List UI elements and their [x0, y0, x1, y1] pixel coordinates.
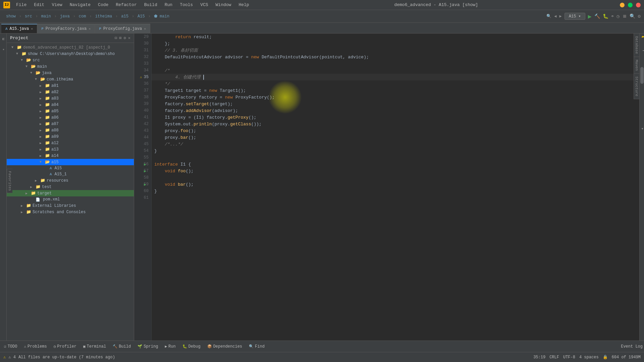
cursor-position[interactable]: 35:19 [533, 355, 545, 360]
tree-item-a15[interactable]: ▼ 📂 a15 [7, 159, 134, 165]
tree-item-a05[interactable]: ▶ 📁 a05 [7, 108, 134, 114]
tree-item-test[interactable]: ▶ 📁 test [7, 184, 134, 190]
run-button[interactable]: ▶ [588, 13, 592, 20]
breadcrumb-itheima[interactable]: itheima [93, 13, 115, 20]
tree-item-show[interactable]: ▼ 📁 show C:\Users\manyh\Desktop\demo\sho [7, 51, 134, 57]
find-tab[interactable]: 🔍 Find [246, 343, 267, 350]
coverage-icon[interactable]: ☂ [611, 13, 614, 19]
profiler-tab[interactable]: ◷ Profiler [51, 343, 79, 350]
code-content[interactable]: return result; }; // 3. 条好切面 DefaultPoin… [152, 34, 639, 341]
tab-ProxyConfig[interactable]: P ProxyConfig.java ✕ [95, 24, 150, 33]
stop-icon[interactable]: ⏹ [622, 14, 627, 19]
dependencies-tab[interactable]: 📦 Dependencies [205, 343, 245, 350]
code-line-35[interactable]: 4. 创建代理 [152, 74, 639, 80]
tree-item-target[interactable]: ▶ 📁 target [7, 190, 134, 196]
menu-run[interactable]: Run [161, 1, 176, 9]
panel-settings-btn[interactable]: ⚙ [124, 36, 126, 41]
tree-item-a09[interactable]: ▶ 📁 a09 [7, 133, 134, 140]
menu-bar[interactable]: File Edit View Navigate Code Refactor Bu… [13, 1, 253, 9]
event-log-label[interactable]: Event Log [621, 344, 643, 349]
breadcrumb-method[interactable]: ⬟ main [151, 12, 172, 20]
panel-close-btn[interactable]: ✕ [128, 36, 130, 41]
terminal-tab[interactable]: ▣ Terminal [80, 343, 109, 350]
menu-vcs[interactable]: VCS [197, 1, 211, 9]
breadcrumb-a15[interactable]: a15 [118, 13, 131, 20]
tree-item-a08[interactable]: ▶ 📁 a08 [7, 127, 134, 133]
menu-window[interactable]: Window [212, 1, 235, 9]
close-button[interactable] [636, 3, 641, 7]
breadcrumb-src[interactable]: src [22, 13, 35, 20]
problems-tab[interactable]: ⚠ Problems [21, 343, 49, 350]
breadcrumb-com[interactable]: com [76, 13, 89, 20]
menu-edit[interactable]: Edit [31, 1, 48, 9]
indent-info[interactable]: 4 spaces [579, 355, 599, 360]
tree-item-a13[interactable]: ▶ 📁 a13 [7, 146, 134, 153]
tree-item-a14[interactable]: ▶ 📁 a14 [7, 153, 134, 159]
right-scrollbar[interactable]: ▲ ▼ [639, 34, 644, 341]
minimize-button[interactable] [620, 3, 625, 7]
menu-refactor[interactable]: Refactor [112, 1, 140, 9]
code-editor[interactable]: 29 30 31 32 33 34 ⚠ 35 36 37 38 39 40 41… [134, 34, 644, 341]
branch-selector[interactable]: A15 ▾ [565, 13, 585, 20]
tree-item-A15[interactable]: ▶ A A15 [7, 165, 134, 171]
tree-item-a03[interactable]: ▶ 📁 a03 [7, 95, 134, 102]
scrollbar-thumb[interactable] [640, 67, 644, 84]
code-area[interactable]: 29 30 31 32 33 34 ⚠ 35 36 37 38 39 40 41… [134, 34, 644, 341]
tree-item-a07[interactable]: ▶ 📁 a07 [7, 121, 134, 127]
nav-back-icon[interactable]: ◀ [554, 14, 556, 19]
panel-collapse-btn[interactable]: ⊟ [115, 36, 117, 41]
menu-help[interactable]: Help [235, 1, 252, 9]
tree-item-ext-libs[interactable]: ▶ 📁 External Libraries [7, 202, 134, 209]
tree-item-resources[interactable]: ▶ 📁 resources [7, 177, 134, 184]
tree-item-demo6[interactable]: ▼ 📁 demo6_advanced_aspectj_02 [aspectj_0 [7, 44, 134, 51]
build-tab[interactable]: 🔨 Build [110, 343, 133, 350]
run-tab[interactable]: ▶ Run [162, 343, 178, 350]
breadcrumb-main[interactable]: main [39, 13, 54, 20]
tree-item-a12[interactable]: ▶ 📁 a12 [7, 140, 134, 146]
structure-tab[interactable]: Structure [634, 74, 639, 99]
menu-tools[interactable]: Tools [176, 1, 196, 9]
todo-tab[interactable]: ☑ TODO [1, 343, 20, 350]
sidebar-icon-favorites[interactable]: ★ [1, 47, 5, 51]
nav-forward-icon[interactable]: ▶ [559, 14, 562, 19]
breadcrumb-java[interactable]: java [57, 13, 72, 20]
tree-item-a01[interactable]: ▶ 📁 a01 [7, 82, 134, 89]
tab-close-ProxyConfig[interactable]: ✕ [144, 27, 146, 31]
tab-A15[interactable]: A A15.java ✕ [1, 24, 37, 33]
nav-search-icon[interactable]: 🔍 [546, 14, 551, 19]
tree-item-java[interactable]: ▼ 📂 java [7, 70, 134, 76]
tree-item-scratches[interactable]: ▶ 📁 Scratches and Consoles [7, 209, 134, 215]
tree-item-com-itheima[interactable]: ▼ 📂 com.itheima [7, 76, 134, 82]
tree-item-pom[interactable]: ▶ 📄 pom.xml [7, 196, 134, 202]
tree-item-main[interactable]: ▼ 📂 main [7, 63, 134, 70]
build-icon[interactable]: 🔨 [594, 13, 600, 19]
favorites-panel-tab[interactable]: Favorites [7, 169, 12, 193]
settings-icon[interactable]: ⚙ [638, 13, 641, 19]
debug-tab[interactable]: 🐛 Debug [180, 343, 203, 350]
tree-item-a06[interactable]: ▶ 📁 a06 [7, 114, 134, 121]
maximize-button[interactable] [628, 3, 633, 7]
menu-navigate[interactable]: Navigate [66, 1, 94, 9]
breadcrumb-A15[interactable]: A15 [135, 13, 148, 20]
breadcrumb-show[interactable]: show [3, 13, 18, 20]
profile-icon[interactable]: ◷ [616, 13, 619, 19]
tree-item-A15-1[interactable]: ▶ A A15_1 [7, 171, 134, 177]
line-ending[interactable]: CRLF [549, 355, 559, 360]
sidebar-icon-project[interactable]: ◧ [1, 37, 5, 41]
menu-code[interactable]: Code [95, 1, 112, 9]
database-tab[interactable]: Database [634, 34, 639, 57]
spring-tab[interactable]: 🌱 Spring [135, 343, 161, 350]
menu-file[interactable]: File [13, 1, 30, 9]
panel-expand-btn[interactable]: ⊞ [119, 36, 121, 41]
maven-tab[interactable]: Maven [634, 57, 639, 74]
debug-icon[interactable]: 🐛 [603, 13, 608, 19]
tab-close-ProxyFactory[interactable]: ✕ [89, 27, 91, 31]
tab-close-A15[interactable]: ✕ [31, 27, 33, 31]
search-everywhere-icon[interactable]: 🔍 [630, 13, 635, 19]
menu-build[interactable]: Build [141, 1, 161, 9]
tab-ProxyFactory[interactable]: P ProxyFactory.java ✕ [37, 24, 95, 33]
tree-item-a04[interactable]: ▶ 📁 a04 [7, 102, 134, 108]
menu-view[interactable]: View [48, 1, 65, 9]
tree-item-a02[interactable]: ▶ 📁 a02 [7, 89, 134, 95]
tree-item-src[interactable]: ▼ 📂 src [7, 57, 134, 63]
